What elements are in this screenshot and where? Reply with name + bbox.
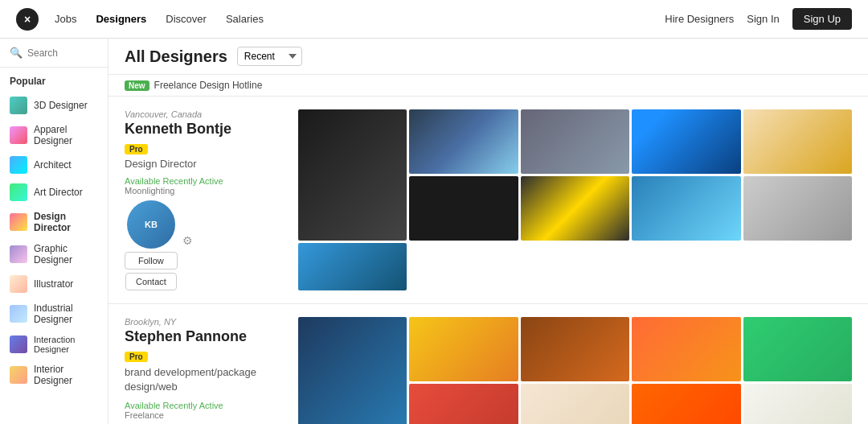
designer-card: Vancouver, Canada Kenneth Bontje Pro Des… [108,97,868,304]
available-text: Available Recently Active [125,401,285,410]
portfolio-item[interactable] [743,176,852,241]
contact-button[interactable]: Contact [125,273,177,290]
sidebar-thumb-desdir [10,213,27,231]
designer-name: Kenneth Bontje [125,121,285,138]
portfolio-item[interactable] [632,317,740,381]
sidebar-item-architect[interactable]: Architect [0,151,108,179]
banner: New Freelance Design Hotline [108,75,868,97]
portfolio-item[interactable] [743,109,852,174]
banner-new-badge: New [125,80,149,91]
card-title: Design Director [125,158,285,170]
sidebar-thumb-interact [10,335,27,353]
sidebar-thumb-illus [10,275,27,293]
sidebar-thumb-arch [10,156,27,174]
popular-label: Popular [0,68,108,92]
page-title: All Designers [125,47,227,66]
sidebar-item-label: Illustrator [34,278,73,290]
sidebar-thumb-artdir [10,183,27,201]
active-status: Recently Active [163,401,223,410]
sidebar-item-interaction-designer[interactable]: Interaction Designer [0,330,108,359]
avatar: KB [127,200,175,249]
settings-icon: ⚙ [182,234,193,247]
nav-salaries[interactable]: Salaries [226,13,264,25]
sidebar-item-apparel-designer[interactable]: Apparel Designer [0,119,108,151]
sidebar-item-graphic-designer[interactable]: Graphic Designer [0,238,108,270]
search-box: 🔍 [0,39,108,68]
portfolio-item[interactable] [632,109,740,174]
pro-badge: Pro [125,352,148,362]
portfolio-item[interactable] [521,176,629,241]
portfolio-item[interactable] [409,176,518,241]
sidebar-thumb-interior [10,366,27,384]
main-nav: Jobs Designers Discover Salaries [55,13,665,25]
sidebar-item-label: Design Director [34,211,98,233]
portfolio-grid [298,317,852,424]
sidebar-item-label: Industrial Designer [34,303,98,325]
sign-in-link[interactable]: Sign In [747,13,779,25]
portfolio-item[interactable] [298,243,407,290]
sort-select[interactable]: Recent Popular Trending [237,47,302,66]
banner-text: Freelance Design Hotline [154,80,263,91]
work-type: Moonlighting [125,186,285,196]
portfolio-item[interactable] [743,384,852,424]
available-text: Available Recently Active [125,176,285,186]
main-content: All Designers Recent Popular Trending Ne… [108,39,868,424]
active-status: Recently Active [163,176,223,186]
sidebar-thumb-indus [10,305,27,323]
header-right: Hire Designers Sign In Sign Up [665,8,852,30]
pro-badge: Pro [125,144,148,154]
card-info: Vancouver, Canada Kenneth Bontje Pro Des… [125,109,285,290]
hire-designers-link[interactable]: Hire Designers [665,13,734,25]
sidebar-item-label: Interior Designer [34,364,98,386]
sidebar-item-3d-designer[interactable]: 3D Designer [0,92,108,119]
designer-card: Brooklyn, NY Stephen Pannone Pro brand d… [108,304,868,424]
sidebar-item-design-director[interactable]: Design Director [0,206,108,238]
sidebar-item-label: Apparel Designer [34,124,98,146]
layout: 🔍 Popular 3D Designer Apparel Designer A… [0,39,868,424]
sidebar-thumb-apparel [10,126,27,144]
portfolio-grid [298,109,852,290]
card-location: Brooklyn, NY [125,317,285,327]
card-location: Vancouver, Canada [125,109,285,119]
nav-jobs[interactable]: Jobs [55,13,76,25]
portfolio-item[interactable] [743,317,852,381]
portfolio-item[interactable] [409,109,518,174]
portfolio-item[interactable] [298,109,407,241]
nav-discover[interactable]: Discover [166,13,207,25]
search-icon: 🔍 [10,47,23,59]
header: × Jobs Designers Discover Salaries Hire … [0,0,868,39]
sign-up-button[interactable]: Sign Up [792,8,852,30]
portfolio-item[interactable] [521,317,629,381]
work-type: Freelance [125,410,285,420]
portfolio-item[interactable] [521,109,629,174]
sidebar-item-label: Interaction Designer [34,335,98,354]
card-info: Brooklyn, NY Stephen Pannone Pro brand d… [125,317,285,424]
logo[interactable]: × [16,8,39,31]
sidebar-thumb-3d [10,97,27,114]
sidebar: 🔍 Popular 3D Designer Apparel Designer A… [0,39,108,424]
portfolio-item[interactable] [521,384,629,424]
card-title: brand development/package design/web [125,365,285,394]
portfolio-item[interactable] [409,384,518,424]
sidebar-item-interior-designer[interactable]: Interior Designer [0,359,108,391]
sidebar-item-label: Architect [34,159,72,171]
sidebar-item-illustrator[interactable]: Illustrator [0,270,108,298]
search-input[interactable] [27,47,98,59]
portfolio-item[interactable] [298,317,407,424]
portfolio-item[interactable] [409,317,518,381]
portfolio-item[interactable] [632,176,740,241]
nav-designers[interactable]: Designers [96,13,146,25]
sidebar-item-art-director[interactable]: Art Director [0,179,108,206]
sidebar-item-label: Graphic Designer [34,243,98,266]
follow-button[interactable]: Follow [125,252,178,270]
portfolio-item[interactable] [632,384,740,424]
designer-name: Stephen Pannone [125,328,285,345]
sidebar-item-label: Art Director [34,187,83,198]
main-header-bar: All Designers Recent Popular Trending [108,39,868,75]
sidebar-thumb-graph [10,245,27,263]
sidebar-item-label: 3D Designer [34,100,88,111]
sidebar-item-industrial-designer[interactable]: Industrial Designer [0,298,108,330]
